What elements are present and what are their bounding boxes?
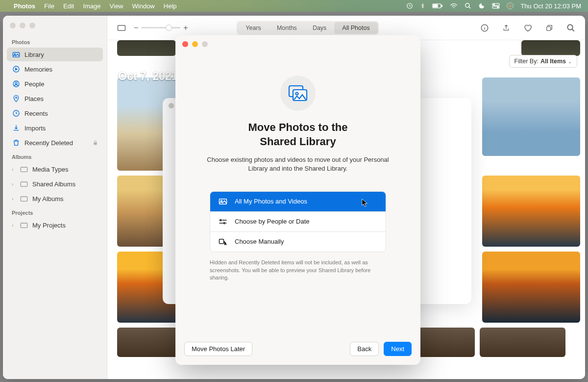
photos-icon bbox=[218, 198, 228, 205]
svg-point-17 bbox=[16, 97, 17, 99]
people-icon bbox=[12, 79, 21, 88]
clock[interactable]: Thu Oct 20 12:03 PM bbox=[520, 2, 581, 10]
svg-point-11 bbox=[510, 5, 512, 7]
aspect-icon[interactable] bbox=[115, 22, 128, 34]
sidebar-item-library[interactable]: Library bbox=[7, 48, 103, 61]
svg-point-4 bbox=[466, 3, 469, 7]
info-icon[interactable] bbox=[478, 22, 491, 34]
select-icon bbox=[218, 238, 228, 246]
option-all-photos[interactable]: All My Photos and Videos bbox=[210, 192, 386, 211]
seg-years[interactable]: Years bbox=[238, 22, 269, 34]
sidebar-item-label: Recently Deleted bbox=[24, 139, 73, 147]
sidebar-section-photos: Photos bbox=[3, 35, 107, 47]
folder-icon bbox=[20, 221, 28, 229]
chevron-down-icon: ⌄ bbox=[568, 59, 572, 64]
bluetooth-icon[interactable] bbox=[420, 2, 425, 9]
option-manually[interactable]: Choose Manually bbox=[210, 231, 386, 252]
shared-library-modal: Move Photos to the Shared Library Choose… bbox=[175, 35, 420, 365]
sidebar-item-label: People bbox=[24, 80, 44, 88]
zoom-slider[interactable]: − + bbox=[134, 24, 188, 32]
folder-icon bbox=[20, 194, 28, 203]
maximize-window-button[interactable] bbox=[29, 23, 35, 28]
svg-rect-2 bbox=[441, 5, 442, 6]
sidebar-item-my-projects[interactable]: › My Projects bbox=[7, 218, 103, 232]
menu-image[interactable]: Image bbox=[83, 2, 100, 10]
lock-icon bbox=[93, 140, 98, 146]
zoom-thumb[interactable] bbox=[166, 25, 172, 31]
svg-point-8 bbox=[497, 7, 498, 8]
siri-icon[interactable] bbox=[507, 2, 514, 9]
back-button[interactable]: Back bbox=[350, 342, 379, 356]
move-later-button[interactable]: Move Photos Later bbox=[184, 342, 252, 356]
favorite-icon[interactable] bbox=[521, 22, 534, 34]
sidebar-item-media-types[interactable]: › Media Types bbox=[7, 162, 103, 176]
photo-thumbnail[interactable] bbox=[480, 328, 565, 357]
next-button[interactable]: Next bbox=[384, 342, 412, 356]
cursor-icon bbox=[362, 199, 368, 207]
trash-icon bbox=[12, 138, 21, 147]
svg-rect-19 bbox=[94, 143, 97, 145]
svg-rect-23 bbox=[21, 223, 27, 228]
sidebar: Photos Library Memories People Places Re… bbox=[3, 16, 107, 379]
sidebar-item-people[interactable]: People bbox=[7, 77, 103, 91]
modal-subtitle: Choose existing photos and videos to mov… bbox=[195, 155, 401, 173]
search-icon[interactable] bbox=[564, 22, 577, 34]
modal-maximize-button[interactable] bbox=[202, 41, 208, 47]
sidebar-item-memories[interactable]: Memories bbox=[7, 62, 103, 76]
sidebar-item-my-albums[interactable]: › My Albums bbox=[7, 192, 103, 205]
dnd-icon[interactable] bbox=[478, 2, 485, 9]
share-icon[interactable] bbox=[500, 22, 513, 34]
imports-icon bbox=[12, 124, 21, 132]
filter-dropdown[interactable]: Filter By: All Items ⌄ bbox=[509, 55, 577, 68]
photo-thumbnail[interactable] bbox=[482, 77, 580, 156]
photos-window: Photos Library Memories People Places Re… bbox=[3, 16, 585, 379]
folder-icon bbox=[20, 165, 28, 174]
sidebar-item-label: My Projects bbox=[32, 222, 66, 229]
photo-thumbnail[interactable] bbox=[482, 252, 580, 323]
zoom-track[interactable] bbox=[141, 27, 180, 28]
option-people-date[interactable]: Choose by People or Date bbox=[210, 211, 386, 231]
window-controls bbox=[3, 16, 107, 35]
sidebar-item-label: Recents bbox=[24, 110, 48, 117]
minimize-window-button[interactable] bbox=[20, 23, 25, 28]
menu-file[interactable]: File bbox=[44, 2, 54, 10]
sidebar-item-places[interactable]: Places bbox=[7, 92, 103, 105]
rotate-icon[interactable] bbox=[543, 22, 556, 34]
svg-rect-3 bbox=[434, 4, 438, 7]
chevron-right-icon: › bbox=[12, 223, 18, 228]
menu-view[interactable]: View bbox=[110, 2, 123, 10]
sidebar-item-shared-albums[interactable]: › Shared Albums bbox=[7, 177, 103, 191]
sidebar-item-recents[interactable]: Recents bbox=[7, 106, 103, 120]
timemachine-icon[interactable] bbox=[406, 2, 413, 9]
svg-rect-26 bbox=[547, 26, 551, 30]
menu-edit[interactable]: Edit bbox=[63, 2, 74, 10]
seg-all-photos[interactable]: All Photos bbox=[334, 22, 377, 34]
sidebar-item-label: Media Types bbox=[32, 166, 68, 173]
modal-minimize-button[interactable] bbox=[192, 41, 198, 47]
option-label: Choose Manually bbox=[235, 238, 284, 245]
photo-thumbnail[interactable] bbox=[117, 40, 176, 56]
battery-icon[interactable] bbox=[432, 3, 443, 9]
modal-close-button[interactable] bbox=[182, 41, 188, 47]
svg-point-34 bbox=[224, 222, 225, 224]
close-window-button[interactable] bbox=[10, 23, 16, 28]
app-menu[interactable]: Photos bbox=[14, 2, 35, 10]
photo-thumbnail[interactable] bbox=[521, 40, 580, 56]
zoom-in-icon[interactable]: + bbox=[183, 24, 188, 32]
sidebar-item-recently-deleted[interactable]: Recently Deleted bbox=[7, 136, 103, 150]
svg-rect-22 bbox=[21, 197, 27, 201]
menu-window[interactable]: Window bbox=[132, 2, 155, 10]
wifi-icon[interactable] bbox=[450, 3, 458, 9]
option-label: All My Photos and Videos bbox=[235, 198, 307, 205]
svg-rect-21 bbox=[21, 182, 27, 186]
sidebar-item-imports[interactable]: Imports bbox=[7, 121, 103, 135]
spotlight-icon[interactable] bbox=[465, 2, 471, 9]
control-center-icon[interactable] bbox=[492, 3, 500, 9]
photo-thumbnail[interactable] bbox=[482, 176, 580, 247]
folder-icon bbox=[20, 179, 28, 188]
menu-help[interactable]: Help bbox=[164, 2, 177, 10]
sheet-close-button[interactable] bbox=[169, 103, 174, 108]
zoom-out-icon[interactable]: − bbox=[134, 24, 138, 32]
seg-days[interactable]: Days bbox=[305, 22, 334, 34]
seg-months[interactable]: Months bbox=[269, 22, 305, 34]
